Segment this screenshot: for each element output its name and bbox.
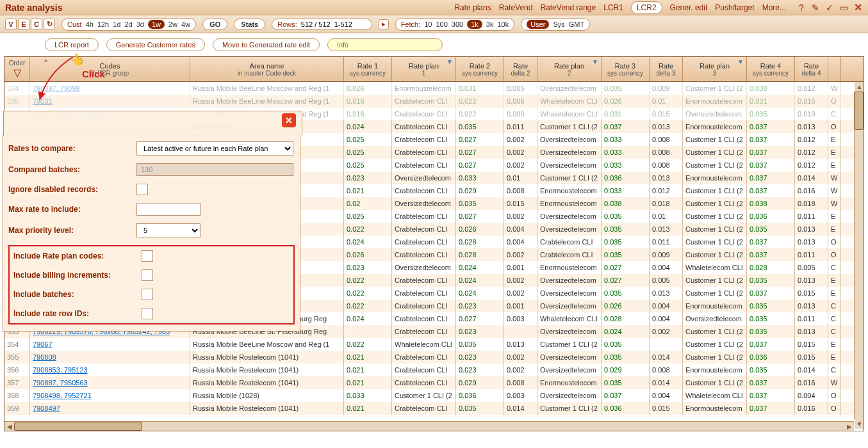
cell: O [828,95,841,108]
nav-link-lcr2[interactable]: LCR2 [631,1,662,14]
cust-group-opt-4w[interactable]: 4w [181,20,190,28]
include-codes-checkbox[interactable] [142,250,153,262]
table-row[interactable]: 33579031Russia Mobile BeeLine Moscow and… [4,95,864,108]
tz-group-opt-user[interactable]: User [527,20,549,29]
cell[interactable]: 790397, 79099 [30,82,190,95]
cell[interactable]: 7908498, 7952721 [30,389,190,402]
cust-group-opt-12h[interactable]: 12h [97,20,109,28]
col-header[interactable]: Ratedelta 4 [795,57,828,81]
scroll-down-icon[interactable]: ▼ [855,419,864,429]
fetch-group-opt-100[interactable]: 100 [436,20,447,28]
scroll-right-icon[interactable]: ▶ [844,422,854,431]
lcr-report-button[interactable]: LCR report [45,38,99,51]
hscroll-thumb[interactable] [14,422,142,431]
scroll-thumb[interactable] [855,92,864,130]
cell[interactable]: 7908853, 795123 [30,364,190,376]
chevron-down-icon[interactable]: ▼ [446,58,453,65]
play-icon[interactable]: ▸ [379,19,389,29]
cust-group-opt-2d[interactable]: 2d [124,20,132,28]
nav-link-gener-edit[interactable]: Gener. edit [670,3,708,12]
nav-link-push-target[interactable]: Push/target [715,3,754,12]
include-batches-checkbox[interactable] [142,289,153,300]
edit-icon[interactable]: ✎ [810,3,821,13]
popup-close-icon[interactable]: ✕ [282,113,296,127]
horizontal-scrollbar[interactable]: ◀ ▶ [4,421,854,431]
nav-link-ratevend[interactable]: RateVend [499,3,533,12]
cell[interactable]: 79067 [30,338,190,351]
table-row[interactable]: 334790397, 79099Russia Mobile BeeLine Mo… [4,82,864,95]
ignore-disabled-checkbox[interactable] [136,184,148,195]
table-row[interactable]: 357790887, 7950563Russia Mobile Rostelec… [4,376,864,389]
cust-group-opt-4h[interactable]: 4h [86,20,94,28]
filter-btn-v[interactable]: V [5,19,17,30]
go-button[interactable]: GO [202,19,227,30]
nav-link-more-[interactable]: More... [762,3,786,12]
chevron-down-icon[interactable]: ▼ [737,58,744,65]
fetch-group-opt-1k[interactable]: 1k [467,20,482,29]
fetch-group-opt-10k[interactable]: 10k [497,20,509,28]
col-header[interactable]: Rate plan1▼ [392,57,456,81]
filter-btn-c[interactable]: C [31,19,42,30]
stats-button[interactable]: Stats [234,19,265,30]
tz-group-opt-gmt[interactable]: GMT [569,20,584,28]
help-icon[interactable]: ? [796,3,807,13]
col-header[interactable]: Rate 1sys currency [344,57,392,81]
filter-btn-e[interactable]: E [18,19,29,30]
cell: Customer 1 CLI (2 [683,197,747,210]
cell[interactable]: 790887, 7950563 [30,376,190,389]
col-header[interactable]: Codesin LCR group [30,57,190,81]
include-billing-checkbox[interactable] [142,269,153,281]
collapse-icon[interactable]: ^ [44,59,47,66]
scroll-up-icon[interactable]: ▲ [855,82,864,92]
table-row[interactable]: 3567908853, 795123Russia Mobile Rostelec… [4,364,864,376]
cell[interactable]: 79031 [30,95,190,108]
fetch-group-opt-10[interactable]: 10 [424,20,432,28]
cust-group-opt-1w[interactable]: 1w [148,20,165,29]
cust-group-opt-2w[interactable]: 2w [168,20,177,28]
table-row[interactable]: 3597908497Russia Mobile Rostelecom (1041… [4,402,864,415]
cust-group-opt-3d[interactable]: 3d [136,20,144,28]
table-row[interactable]: 355790808Russia Mobile Rostelecom (1041)… [4,351,864,364]
max-priority-select[interactable]: 5 [136,223,201,237]
nav-link-ratevend-range[interactable]: RateVend range [540,3,596,12]
cust-group-opt-1d[interactable]: 1d [113,20,120,28]
move-generated-button[interactable]: Move to Generated rate edit [213,38,320,51]
rates-compare-select[interactable]: Latest active or future in each Rate pla… [136,141,293,156]
col-header[interactable]: Rate plan3▼ [683,57,747,81]
col-header[interactable]: Rate 3sys currency [602,57,650,81]
close-icon[interactable]: ✕ [853,3,863,13]
col-header[interactable]: Rate plan2▼ [537,57,602,81]
table-row[interactable]: 35479067Russia Mobile BeeLine Moscow and… [4,338,864,351]
cell: 0.037 [602,120,650,133]
fetch-group-opt-300[interactable]: 300 [452,20,463,28]
nav-link-rate-plans[interactable]: Rate plans [454,3,491,12]
filter-btn-↻[interactable]: ↻ [44,19,55,30]
window-icon[interactable]: ▭ [839,3,849,13]
cell[interactable]: 790808 [30,351,190,364]
include-ids-checkbox[interactable] [142,308,153,319]
cell: E [828,351,841,364]
max-rate-input[interactable] [136,203,201,216]
col-header[interactable]: Ratedelta 2 [504,57,537,81]
generate-rates-button[interactable]: Generate Customer rates [106,38,205,51]
fetch-group-opt-3k[interactable]: 3k [486,20,494,28]
chevron-down-icon[interactable]: ▼ [592,58,598,65]
col-header[interactable]: Ratedelta 3 [650,57,683,81]
table-row[interactable]: 3587908498, 7952721Russia Mobile (1028)0… [4,389,864,402]
cell: 0.014 [650,376,683,389]
accept-icon[interactable]: ✓ [824,3,835,13]
col-header[interactable]: Area namein master Code deck [190,57,344,81]
scroll-left-icon[interactable]: ◀ [4,422,14,431]
tz-group-opt-sys[interactable]: Sys [553,20,564,28]
rows-range-input[interactable] [334,20,366,28]
vertical-scrollbar[interactable]: ▲ ▼ [854,92,864,419]
info-pill[interactable]: Info [327,38,443,51]
col-header[interactable]: Order▽ [4,57,30,81]
cell: 359 [4,402,30,415]
col-header[interactable]: Rate 2sys currency [456,57,504,81]
cell: Enormoustelecom [683,95,747,108]
col-header[interactable]: Rate 4sys currency [747,57,795,81]
nav-link-lcr1[interactable]: LCR1 [603,3,623,12]
cell: 0.015 [795,338,828,351]
cell[interactable]: 7908497 [30,402,190,415]
